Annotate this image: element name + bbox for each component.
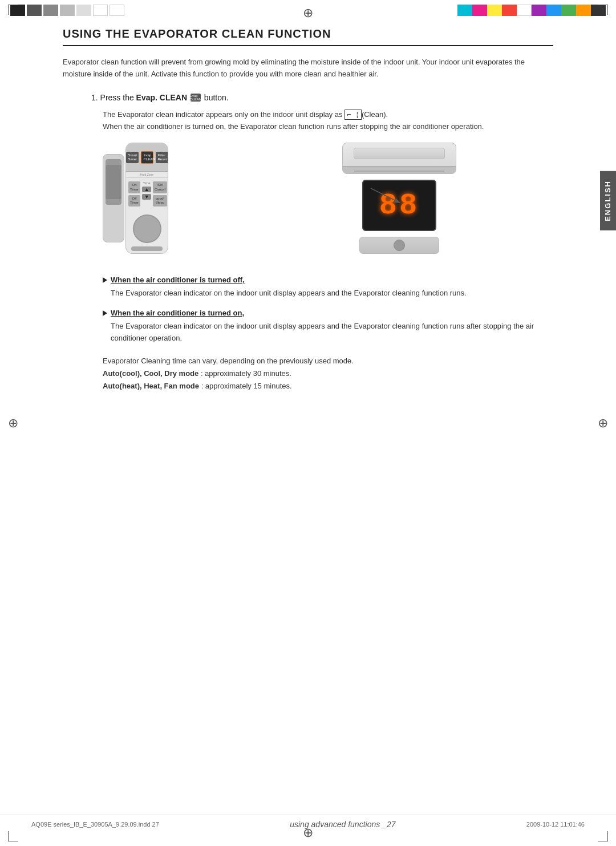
corner-mark-tr (598, 5, 608, 15)
title-container: USING THE EVAPORATOR CLEAN FUNCTION (63, 27, 553, 46)
reg-color-red (502, 5, 517, 16)
extra-info-line: Evaporator Cleaning time can vary, depen… (103, 355, 553, 367)
bullet-header-2: When the air conditioner is turned on, (103, 309, 553, 317)
right-btns: SetCancel good²Sleep (153, 181, 167, 207)
reg-color-blue (546, 5, 561, 16)
intro-paragraph: Evaporator clean function will prevent f… (63, 56, 553, 80)
page-title: USING THE EVAPORATOR CLEAN FUNCTION (63, 27, 553, 46)
step-1: 1. Press the Evap. CLEAN EvapCLEAN butto… (91, 93, 553, 102)
step-suffix: button. (204, 93, 229, 102)
remote-circle-pad (133, 214, 161, 243)
remote-control-image: SmartSaver EvapCLEAN FilterReset Hold Zo… (103, 143, 228, 257)
reg-squares-right (457, 5, 606, 16)
ac-bottom-button (394, 240, 405, 251)
main-content: USING THE EVAPORATOR CLEAN FUNCTION Evap… (29, 22, 587, 415)
step-number: 1. (91, 93, 98, 102)
reg-color-green (561, 5, 576, 16)
set-cancel-btn: SetCancel (153, 181, 167, 193)
mode2-suffix: : approximately 15 minutes. (199, 382, 292, 390)
corner-mark-br (598, 831, 608, 841)
step-container: 1. Press the Evap. CLEAN EvapCLEAN butto… (63, 93, 553, 393)
hold-zone-label: Hold Zone (126, 172, 168, 178)
mode2-line: Auto(heat), Heat, Fan mode : approximate… (103, 380, 553, 392)
mode1-bold: Auto(cool), Cool, Dry mode (103, 369, 198, 378)
step-desc-line1: The Evaporator clean indicator appears o… (103, 110, 388, 119)
bullet-arrow-1 (103, 277, 107, 283)
reg-sq-4 (60, 5, 75, 16)
down-arrow: ▼ (142, 194, 151, 200)
bullet-header-1-text: When the air conditioner is turned off, (111, 276, 245, 284)
bullet-section-1: When the air conditioner is turned off, … (103, 276, 553, 299)
good-sleep-btn: good²Sleep (153, 195, 167, 207)
filter-reset-btn: FilterReset (156, 152, 168, 163)
reg-color-purple (532, 5, 546, 16)
reg-color-magenta (472, 5, 487, 16)
crosshair-mid-left: ⊕ (8, 417, 18, 430)
step-text: Press the (100, 93, 136, 102)
up-arrow: ▲ (142, 187, 151, 192)
corner-mark-tl (8, 5, 18, 15)
ac-bottom-unit (359, 237, 439, 254)
reg-color-orange (576, 5, 591, 16)
left-btns: OnTimer OffTimer (128, 181, 140, 207)
remote-main-body: SmartSaver EvapCLEAN FilterReset Hold Zo… (125, 143, 168, 254)
footer-page-label: using advanced functions _27 (290, 820, 395, 829)
off-timer-btn: OffTimer (128, 195, 140, 207)
indicator-arrow-svg (365, 185, 411, 208)
on-timer-btn: OnTimer (128, 181, 140, 193)
mode2-bold: Auto(heat), Heat, Fan mode (103, 382, 199, 390)
reg-sq-7 (110, 5, 124, 16)
images-row: SmartSaver EvapCLEAN FilterReset Hold Zo… (103, 143, 553, 260)
additional-info: Evaporator Cleaning time can vary, depen… (103, 355, 553, 392)
reg-color-white1 (517, 5, 532, 16)
remote-lower (126, 210, 168, 254)
bullet-body-2: The Evaporator clean indicator on the in… (111, 321, 553, 345)
bullet-section-2: When the air conditioner is turned on, T… (103, 309, 553, 345)
reg-sq-6 (93, 5, 108, 16)
mode1-suffix: : approximately 30 minutes. (198, 369, 291, 378)
crosshair-top: ⊕ (303, 7, 313, 19)
step-desc-line2: When the air conditioner is turned on, t… (103, 122, 484, 131)
ac-slats (343, 148, 456, 159)
btn-icon: EvapCLEAN (191, 94, 201, 102)
footer-filename: AQ09E series_IB_E_30905A_9.29.09.indd 27 (31, 821, 159, 828)
time-label: Time (143, 181, 151, 185)
corner-mark-bl (8, 831, 18, 841)
center-arrows: Time ▲ ▼ (142, 181, 151, 207)
reg-color-yellow (487, 5, 502, 16)
ac-top-unit (342, 143, 456, 174)
ac-unit-image: 88 (245, 143, 553, 260)
mode1-line: Auto(cool), Cool, Dry mode : approximate… (103, 367, 553, 380)
step-description: The Evaporator clean indicator appears o… (103, 109, 553, 133)
remote-side-body (103, 154, 124, 242)
bullet-arrow-2 (103, 310, 107, 316)
reg-sq-3 (43, 5, 58, 16)
reg-sq-2 (27, 5, 42, 16)
bullet-body-1: The Evaporator clean indicator on the in… (111, 288, 553, 299)
remote-bar1 (131, 246, 163, 251)
sidebar-english-label: ENGLISH (600, 171, 616, 230)
remote-side-display (106, 159, 121, 205)
reg-sq-5 (76, 5, 91, 16)
remote-top-section: SmartSaver EvapCLEAN FilterReset (126, 143, 168, 172)
bullet-header-1: When the air conditioner is turned off, (103, 276, 553, 284)
evap-clean-bold: Evap. CLEAN (136, 93, 187, 102)
crosshair-mid-right: ⊕ (598, 417, 608, 430)
smart-saver-btn: SmartSaver (126, 152, 139, 163)
evap-clean-btn: EvapCLEAN (141, 151, 153, 164)
bullet-header-2-text: When the air conditioner is turned on, (111, 309, 244, 317)
remote-mid-grid: OnTimer OffTimer Time ▲ ▼ SetCancel good… (126, 178, 168, 210)
svg-line-0 (371, 188, 399, 203)
page-footer: AQ09E series_IB_E_30905A_9.29.09.indd 27… (0, 815, 616, 829)
reg-squares-left (10, 5, 124, 16)
reg-color-cyan (457, 5, 472, 16)
footer-timestamp: 2009-10-12 11:01:46 (526, 821, 585, 828)
